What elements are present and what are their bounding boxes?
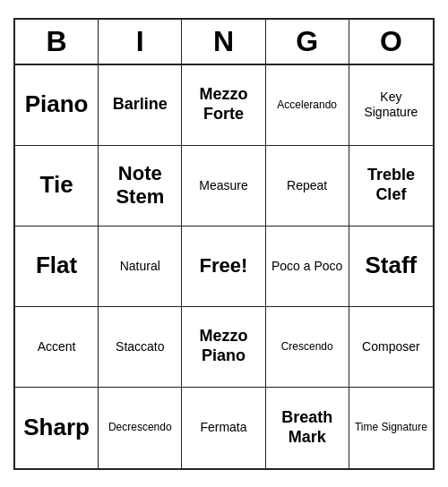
bingo-cell-10[interactable]: Flat — [15, 226, 99, 307]
bingo-cell-12[interactable]: Free! — [182, 226, 265, 307]
header-letter: G — [266, 20, 349, 64]
bingo-cell-24[interactable]: Time Signature — [349, 388, 433, 468]
bingo-cell-1[interactable]: Barline — [99, 65, 182, 146]
bingo-cell-13[interactable]: Poco a Poco — [266, 226, 349, 307]
cell-text-24: Time Signature — [355, 421, 427, 433]
cell-text-15: Accent — [38, 339, 76, 355]
cell-text-18: Crescendo — [281, 340, 333, 353]
cell-text-2: Mezzo Forte — [185, 85, 261, 124]
cell-text-4: Key Signature — [353, 90, 429, 120]
cell-text-6: Note Stem — [102, 162, 177, 209]
cell-text-16: Staccato — [116, 339, 164, 355]
bingo-grid: PianoBarlineMezzo ForteAccelerandoKey Si… — [15, 65, 433, 468]
cell-text-1: Barline — [113, 95, 168, 115]
cell-text-22: Fermata — [200, 420, 246, 435]
header-letter: B — [15, 20, 99, 64]
bingo-cell-14[interactable]: Staff — [349, 226, 433, 307]
bingo-cell-9[interactable]: Treble Clef — [349, 146, 433, 226]
cell-text-21: Decrescendo — [108, 421, 172, 433]
bingo-cell-5[interactable]: Tie — [15, 146, 99, 226]
cell-text-19: Composer — [362, 339, 420, 355]
cell-text-23: Breath Mark — [270, 408, 345, 447]
bingo-cell-8[interactable]: Repeat — [266, 146, 349, 226]
cell-text-20: Sharp — [23, 414, 90, 441]
bingo-cell-22[interactable]: Fermata — [182, 388, 265, 468]
bingo-card: BINGO PianoBarlineMezzo ForteAccelerando… — [13, 18, 435, 470]
bingo-header: BINGO — [15, 20, 433, 65]
bingo-cell-20[interactable]: Sharp — [15, 388, 99, 468]
bingo-cell-19[interactable]: Composer — [349, 307, 433, 388]
bingo-cell-16[interactable]: Staccato — [99, 307, 182, 388]
bingo-cell-23[interactable]: Breath Mark — [266, 388, 349, 468]
bingo-cell-21[interactable]: Decrescendo — [99, 388, 182, 468]
cell-text-9: Treble Clef — [353, 166, 429, 204]
header-letter: O — [349, 20, 433, 64]
bingo-cell-0[interactable]: Piano — [15, 65, 99, 146]
bingo-cell-2[interactable]: Mezzo Forte — [182, 65, 265, 146]
header-letter: N — [182, 20, 265, 64]
cell-text-10: Flat — [36, 252, 77, 279]
cell-text-8: Repeat — [287, 178, 327, 193]
cell-text-3: Accelerando — [277, 98, 337, 111]
cell-text-13: Poco a Poco — [271, 259, 342, 274]
bingo-cell-3[interactable]: Accelerando — [266, 65, 349, 146]
header-letter: I — [99, 20, 182, 64]
bingo-cell-17[interactable]: Mezzo Piano — [182, 307, 265, 388]
cell-text-0: Piano — [25, 90, 89, 118]
bingo-cell-11[interactable]: Natural — [99, 226, 182, 307]
cell-text-17: Mezzo Piano — [185, 327, 261, 365]
bingo-cell-7[interactable]: Measure — [182, 146, 265, 226]
cell-text-7: Measure — [199, 178, 247, 193]
cell-text-5: Tie — [40, 171, 73, 199]
bingo-cell-18[interactable]: Crescendo — [266, 307, 349, 388]
bingo-cell-4[interactable]: Key Signature — [349, 65, 433, 146]
cell-text-14: Staff — [366, 252, 418, 279]
bingo-cell-15[interactable]: Accent — [15, 307, 99, 388]
cell-text-12: Free! — [200, 254, 248, 278]
cell-text-11: Natural — [120, 259, 160, 274]
bingo-cell-6[interactable]: Note Stem — [99, 146, 182, 226]
